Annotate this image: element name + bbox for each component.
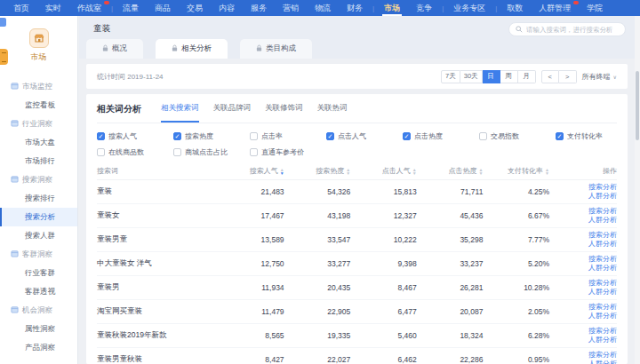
sort-arrows-icon[interactable]: ▲▼	[412, 168, 417, 175]
page-tab-0[interactable]: 概况	[86, 39, 143, 59]
action-link-0[interactable]: 搜索分析	[588, 279, 617, 288]
action-link-1[interactable]: 人群分析	[588, 360, 617, 364]
nav-item-2[interactable]: 作战室	[69, 0, 109, 16]
keyword-search-box[interactable]	[508, 22, 626, 36]
action-link-0[interactable]: 搜索分析	[588, 255, 617, 264]
panel-tab-2[interactable]: 关联修饰词	[265, 103, 303, 123]
nav-item-1[interactable]: 实时	[37, 0, 69, 16]
panel-tab-3[interactable]: 关联热词	[317, 103, 348, 123]
metric-checkbox-3[interactable]: ✓点击人气	[326, 131, 403, 141]
nav-item-9[interactable]: 营销	[275, 0, 307, 16]
sidebar-item-6[interactable]: 搜索排行	[0, 189, 77, 208]
page-tab-1[interactable]: 相关分析	[156, 39, 228, 59]
vertical-scrollbar[interactable]	[635, 16, 640, 364]
range-button-3[interactable]: 周	[500, 70, 518, 83]
sidebar-item-4[interactable]: 市场排行	[0, 152, 77, 170]
nav-item-20[interactable]: 学院	[579, 0, 611, 16]
checkbox-icon[interactable]: ✓	[403, 132, 411, 140]
nav-item-16[interactable]: 业务专区	[445, 0, 493, 16]
nav-item-10[interactable]: 物流	[307, 0, 339, 16]
app-root: 首页实时作战室|流量商品交易内容服务营销物流财务|市场竞争|业务专区|取数人群管…	[0, 0, 640, 364]
nav-item-7[interactable]: 内容	[211, 0, 243, 16]
panel-tab-1[interactable]: 关联品牌词	[213, 103, 252, 123]
metric-checkbox-9[interactable]: 直通车参考价	[250, 147, 326, 157]
range-button-4[interactable]: 月	[518, 70, 536, 83]
action-link-1[interactable]: 人群分析	[588, 312, 617, 320]
toolbar-controls: 7天30天日周月 < > 所有终端 ∨	[441, 70, 617, 83]
nav-item-11[interactable]: 财务	[339, 0, 371, 16]
metric-checkbox-4[interactable]: ✓点击热度	[403, 131, 479, 141]
sidebar-item-11[interactable]: 客群透视	[0, 282, 77, 301]
action-link-0[interactable]: 搜索分析	[588, 231, 617, 240]
column-header-1[interactable]: 搜索人气▲▼	[230, 166, 297, 176]
sidebar-item-14[interactable]: 产品洞察	[0, 338, 77, 357]
action-link-1[interactable]: 人群分析	[588, 336, 617, 344]
metric-checkbox-1[interactable]: ✓搜索热度	[173, 131, 250, 141]
column-header-5[interactable]: 支付转化率▲▼	[495, 166, 562, 176]
nav-item-6[interactable]: 交易	[179, 0, 211, 16]
page-tab-2[interactable]: 类目构成	[240, 39, 312, 59]
sidebar-item-7[interactable]: 搜索分析	[0, 208, 77, 226]
nav-item-13[interactable]: 市场	[376, 0, 408, 16]
sidebar-group-0: 市场监控	[0, 77, 77, 96]
checkbox-icon[interactable]	[173, 148, 181, 156]
checkbox-icon[interactable]: ✓	[173, 132, 181, 140]
column-header-4[interactable]: 点击热度▲▼	[429, 166, 496, 176]
sort-arrows-icon[interactable]: ▲▼	[346, 168, 350, 175]
action-link-0[interactable]: 搜索分析	[588, 207, 617, 216]
metric-checkbox-5[interactable]: 交易指数	[479, 131, 556, 141]
metric-checkbox-8[interactable]: 商城点击占比	[173, 147, 250, 157]
value-cell-3: 35,298	[429, 235, 496, 244]
next-page-button[interactable]: >	[559, 70, 577, 83]
action-link-1[interactable]: 人群分析	[588, 240, 617, 249]
panel-header: 相关词分析 相关搜索词关联品牌词关联修饰词关联热词	[97, 103, 617, 123]
floating-side-tag[interactable]	[0, 49, 8, 65]
checkbox-icon[interactable]	[97, 148, 105, 156]
range-button-1[interactable]: 30天	[460, 70, 483, 83]
checkbox-icon[interactable]: ✓	[97, 132, 105, 140]
sort-arrows-icon[interactable]: ▲▼	[545, 168, 549, 175]
range-button-0[interactable]: 7天	[441, 70, 460, 83]
action-link-0[interactable]: 搜索分析	[588, 327, 617, 336]
metric-checkbox-2[interactable]: 点击率	[250, 131, 326, 141]
metric-checkbox-6[interactable]: ✓支付转化率	[556, 131, 628, 141]
checkbox-icon[interactable]	[479, 132, 487, 140]
nav-item-4[interactable]: 流量	[115, 0, 147, 16]
range-button-2[interactable]: 日	[483, 70, 500, 83]
sidebar-item-8[interactable]: 搜索人群	[0, 226, 77, 245]
table-row: 中大童装女 洋气12,75033,2779,39833,2375.20%搜索分析…	[97, 252, 617, 276]
action-link-1[interactable]: 人群分析	[588, 192, 617, 201]
action-link-1[interactable]: 人群分析	[588, 288, 617, 297]
nav-item-18[interactable]: 取数	[499, 0, 531, 16]
prev-page-button[interactable]: <	[541, 70, 559, 83]
sidebar-item-1[interactable]: 监控看板	[0, 96, 77, 115]
action-link-1[interactable]: 人群分析	[588, 216, 617, 225]
checkbox-icon[interactable]	[250, 132, 258, 140]
panel-tab-0[interactable]: 相关搜索词	[161, 103, 199, 123]
nav-item-8[interactable]: 服务	[243, 0, 275, 16]
sort-arrows-icon[interactable]: ▲▼	[478, 168, 483, 175]
sort-arrows-icon[interactable]: ▲▼	[280, 168, 284, 175]
sidebar-item-3[interactable]: 市场大盘	[0, 133, 77, 152]
search-input[interactable]	[526, 26, 619, 34]
scrollbar-thumb[interactable]	[636, 71, 639, 140]
action-link-0[interactable]: 搜索分析	[588, 303, 617, 312]
nav-item-14[interactable]: 竞争	[408, 0, 440, 16]
checkbox-icon[interactable]: ✓	[556, 132, 564, 140]
sidebar-item-13[interactable]: 属性洞察	[0, 320, 77, 338]
metric-checkbox-0[interactable]: ✓搜索人气	[97, 131, 173, 141]
sidebar-item-10[interactable]: 行业客群	[0, 264, 77, 282]
metric-checkbox-7[interactable]: 在线商品数	[97, 147, 173, 157]
checkbox-icon[interactable]: ✓	[326, 132, 334, 140]
nav-item-0[interactable]: 首页	[5, 0, 37, 16]
terminal-filter-dropdown[interactable]: 所有终端 ∨	[582, 72, 617, 82]
nav-item-19[interactable]: 人群管理	[531, 0, 579, 16]
action-link-0[interactable]: 搜索分析	[588, 183, 617, 192]
nav-item-5[interactable]: 商品	[147, 0, 179, 16]
checkbox-icon[interactable]	[250, 148, 258, 156]
action-link-0[interactable]: 搜索分析	[588, 351, 617, 360]
column-header-2[interactable]: 搜索热度▲▼	[297, 166, 364, 176]
sidebar-group-label: 机会洞察	[22, 305, 52, 316]
column-header-3[interactable]: 点击人气▲▼	[363, 166, 429, 176]
action-link-1[interactable]: 人群分析	[588, 264, 617, 273]
